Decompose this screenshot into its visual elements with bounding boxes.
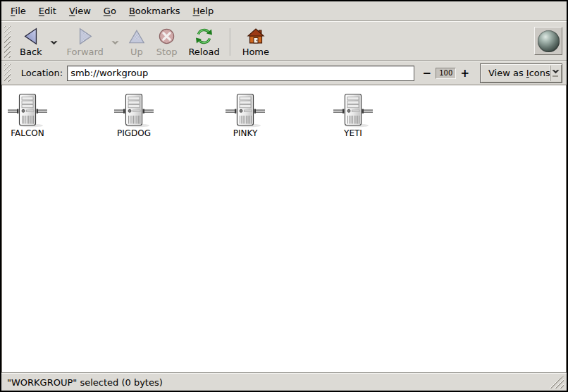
location-input[interactable]: [67, 66, 414, 81]
file-manager-window: File Edit View Go Bookmarks Help Back: [0, 0, 568, 392]
menu-view[interactable]: View: [63, 3, 97, 19]
menu-bar: File Edit View Go Bookmarks Help: [1, 1, 567, 20]
menu-help[interactable]: Help: [187, 3, 221, 19]
stop-icon: [158, 26, 175, 47]
server-icon: [113, 92, 155, 128]
server-icon: [6, 92, 49, 128]
reload-button[interactable]: Reload: [184, 24, 223, 59]
menu-file[interactable]: File: [4, 3, 32, 19]
location-bar: Location: − 100 + View as Icons: [1, 61, 567, 85]
zoom-in-button[interactable]: +: [457, 68, 472, 79]
up-icon: [128, 26, 145, 47]
network-server-item[interactable]: FALCON: [1, 92, 54, 138]
server-name-label: FALCON: [11, 128, 44, 138]
stop-label: Stop: [156, 47, 178, 57]
chevron-down-icon: [111, 40, 119, 45]
globe-icon: [538, 30, 560, 52]
menu-edit[interactable]: Edit: [32, 3, 63, 19]
throbber-button[interactable]: [534, 27, 562, 55]
chevron-dropdown-icon: [550, 66, 560, 81]
status-text: "WORKGROUP" selected (0 bytes): [7, 377, 163, 388]
server-icon: [332, 92, 374, 128]
toolbar-grip[interactable]: [4, 26, 11, 58]
home-icon: [247, 26, 265, 47]
view-as-selector[interactable]: View as Icons: [480, 63, 562, 83]
server-name-label: YETI: [344, 128, 362, 138]
server-name-label: PINKY: [233, 128, 258, 138]
reload-icon: [195, 26, 214, 47]
back-icon: [22, 26, 40, 47]
up-label: Up: [130, 47, 143, 57]
menu-bookmarks[interactable]: Bookmarks: [123, 3, 187, 19]
forward-button[interactable]: Forward: [63, 24, 108, 59]
home-label: Home: [242, 47, 269, 57]
forward-label: Forward: [67, 47, 104, 57]
forward-history-dropdown[interactable]: [109, 35, 121, 49]
up-button[interactable]: Up: [124, 24, 149, 59]
reload-label: Reload: [188, 47, 219, 57]
network-server-item[interactable]: PINKY: [218, 92, 272, 138]
server-icon: [224, 92, 266, 128]
back-label: Back: [20, 47, 42, 57]
zoom-level-indicator: 100: [436, 68, 456, 79]
toolbar-separator: [230, 28, 231, 56]
status-bar: "WORKGROUP" selected (0 bytes): [1, 374, 567, 391]
location-label: Location:: [21, 68, 63, 78]
zoom-out-button[interactable]: −: [420, 68, 435, 79]
server-name-label: PIGDOG: [117, 128, 151, 138]
network-server-item[interactable]: PIGDOG: [107, 92, 161, 138]
toolbar: Back Forward: [1, 22, 567, 60]
view-as-label: View as Icons: [488, 68, 550, 78]
back-button[interactable]: Back: [16, 24, 47, 59]
network-server-item[interactable]: YETI: [326, 92, 380, 138]
file-view[interactable]: FALCON PIGDOG: [1, 85, 567, 372]
forward-icon: [76, 26, 94, 47]
back-history-dropdown[interactable]: [48, 35, 60, 49]
locationbar-grip[interactable]: [4, 64, 11, 82]
stop-button[interactable]: Stop: [152, 24, 182, 59]
home-button[interactable]: Home: [238, 24, 273, 59]
resize-grip[interactable]: [547, 376, 564, 388]
chevron-down-icon: [50, 40, 58, 45]
menu-go[interactable]: Go: [97, 3, 123, 19]
